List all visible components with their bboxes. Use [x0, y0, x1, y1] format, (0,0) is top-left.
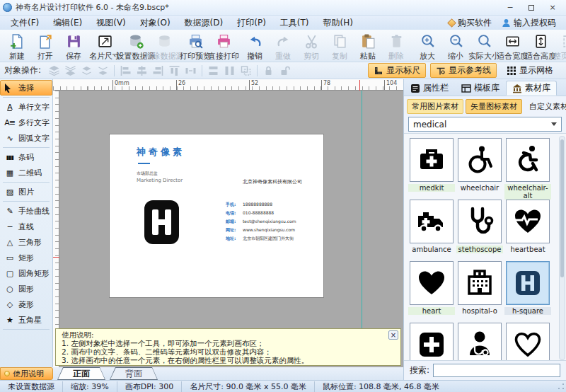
material-plus-square[interactable]	[410, 323, 454, 360]
tool-line[interactable]: ─直线	[0, 219, 52, 234]
maximize-button[interactable]	[521, 1, 542, 15]
fit-width-button[interactable]: 适合宽度	[498, 31, 526, 64]
tool-arc-text[interactable]: ∿圆弧文字	[0, 130, 52, 146]
tool-star[interactable]: ★五角星	[0, 312, 52, 328]
search-input[interactable]	[433, 364, 560, 377]
material-heartbeat[interactable]	[506, 200, 550, 243]
tool-qrcode[interactable]: ▦二维码	[0, 165, 52, 180]
business-card-canvas[interactable]: 神奇像素 市场部总监 Marketing Director 北京神奇像素科技有限…	[110, 134, 323, 297]
card-brand-text[interactable]: 神奇像素	[137, 146, 185, 158]
menu-tools[interactable]: 工具(T)	[274, 16, 316, 30]
tool-diamond[interactable]: ◇菱形	[0, 296, 52, 312]
zoom-out-button[interactable]: 缩小	[441, 31, 470, 64]
align-top-button[interactable]	[167, 64, 182, 77]
copy-button[interactable]: 复制	[325, 31, 354, 64]
lock-button[interactable]	[261, 64, 276, 77]
scrollbar-thumb[interactable]	[560, 139, 564, 277]
subtab-vector-icons[interactable]: 矢量图标素材	[466, 99, 522, 114]
enter-license-button[interactable]: 输入授权码	[502, 17, 556, 29]
material-stethoscope[interactable]	[458, 200, 502, 243]
send-to-back-button[interactable]	[63, 64, 78, 77]
subtab-common-images[interactable]: 常用图片素材	[407, 99, 463, 114]
h-square-logo[interactable]	[144, 200, 179, 244]
menu-help[interactable]: 帮助(H)	[317, 16, 359, 30]
menu-view[interactable]: 视图(V)	[90, 16, 132, 30]
tool-select[interactable]: 选择	[0, 80, 52, 96]
material-wheelchair-alt[interactable]	[506, 138, 550, 182]
remove-datasource-button[interactable]: 移除数据源	[150, 31, 178, 64]
tab-materials[interactable]: 素材库	[506, 81, 557, 96]
save-button[interactable]: 保存	[59, 31, 88, 64]
new-button[interactable]: 新建	[3, 31, 31, 64]
open-button[interactable]: 打开	[31, 31, 59, 64]
move-down-layer-button[interactable]	[96, 64, 110, 77]
card-contacts[interactable]: 手机:18888888888 电话:010-88888888 邮箱:test@s…	[226, 202, 296, 241]
same-width-button[interactable]	[206, 64, 221, 77]
menu-file[interactable]: 文件(F)	[4, 16, 45, 30]
close-button[interactable]: ×	[542, 1, 563, 15]
card-size-button[interactable]: 名片尺寸	[91, 31, 119, 64]
tool-single-line-text[interactable]: A单行文字	[0, 99, 52, 115]
resize-grip[interactable]	[558, 383, 565, 390]
delete-button[interactable]: 删除	[382, 31, 410, 64]
menu-datasource[interactable]: 数据源(D)	[178, 16, 230, 30]
tab-properties[interactable]: 属性栏	[404, 81, 455, 96]
print-preview-button[interactable]: 打印预览	[181, 31, 209, 64]
tool-freehand-curve[interactable]: ✎手绘曲线	[0, 203, 52, 219]
category-dropdown[interactable]: medical	[408, 117, 562, 132]
subtab-custom[interactable]: 自定义素材	[524, 99, 566, 114]
material-user-md[interactable]	[458, 323, 502, 360]
move-up-layer-button[interactable]	[79, 64, 94, 77]
tool-image[interactable]: ▨图片	[0, 184, 52, 200]
tool-circle[interactable]: ○圆形	[0, 281, 52, 296]
canvas-area[interactable]: 0mm 26 52 78 104 神奇像素 市场部总监 Marketing Di…	[53, 79, 403, 367]
material-h-square[interactable]	[506, 261, 550, 305]
align-right-button[interactable]	[151, 64, 166, 77]
unlock-button[interactable]	[277, 64, 292, 77]
card-title-en[interactable]: Marketing Director	[137, 178, 183, 183]
undo-button[interactable]: 撤销	[241, 31, 269, 64]
material-ambulance[interactable]	[410, 200, 454, 243]
distribute-h-button[interactable]	[183, 64, 198, 77]
show-grid-toggle[interactable]: 显示网格	[501, 63, 559, 78]
show-ruler-toggle[interactable]: 显示标尺	[368, 63, 426, 78]
bring-to-front-button[interactable]	[47, 64, 62, 77]
tab-back-side[interactable]: 背面	[110, 367, 158, 380]
menu-edit[interactable]: 编辑(E)	[47, 16, 88, 30]
paste-button[interactable]: 粘贴	[354, 31, 382, 64]
tool-rectangle[interactable]: ▭矩形	[0, 250, 52, 265]
full-page-button[interactable]: 整页显示	[555, 31, 566, 64]
redo-button[interactable]: 重做	[269, 31, 297, 64]
tab-templates[interactable]: 模板库	[455, 81, 506, 96]
zoom-in-button[interactable]: 放大	[413, 31, 441, 64]
menu-object[interactable]: 对象(O)	[134, 16, 177, 30]
help-close-button[interactable]: ×	[388, 330, 398, 340]
card-company[interactable]: 北京神奇像素科技有限公司	[243, 178, 302, 185]
material-medkit[interactable]	[410, 138, 454, 182]
buy-software-button[interactable]: 购买软件	[449, 17, 492, 29]
tool-rounded-rectangle[interactable]: ▢圆角矩形	[0, 265, 52, 281]
align-center-button[interactable]	[134, 64, 149, 77]
minimize-button[interactable]: ─	[499, 1, 521, 15]
material-heart[interactable]	[410, 261, 454, 305]
fit-height-button[interactable]: 适合高度	[526, 31, 555, 64]
material-wheelchair[interactable]	[458, 138, 502, 182]
card-title-cn[interactable]: 市场部总监	[137, 171, 158, 177]
material-heart-o[interactable]	[506, 323, 550, 360]
actual-size-button[interactable]: 实际大小	[470, 31, 498, 64]
show-guides-toggle[interactable]: 显示参考线	[430, 63, 497, 78]
align-left-button[interactable]	[118, 64, 133, 77]
menu-print[interactable]: 打印(P)	[231, 16, 272, 30]
tab-front-side[interactable]: 正面	[57, 367, 105, 380]
brand-underline[interactable]	[138, 163, 150, 164]
material-hospital-o[interactable]	[458, 261, 502, 305]
panel-scrollbar[interactable]	[559, 136, 565, 360]
direct-print-button[interactable]: 直接打印	[209, 31, 238, 64]
tool-multi-line-text[interactable]: A≡多行文字	[0, 115, 52, 130]
vertical-guide-line[interactable]	[362, 91, 362, 328]
same-size-button[interactable]	[238, 64, 253, 77]
usage-help-button[interactable]: 使用说明	[0, 367, 53, 380]
same-height-button[interactable]	[222, 64, 237, 77]
tool-triangle[interactable]: △三角形	[0, 234, 52, 250]
tool-barcode[interactable]: ▮▮▮条码	[0, 149, 52, 165]
